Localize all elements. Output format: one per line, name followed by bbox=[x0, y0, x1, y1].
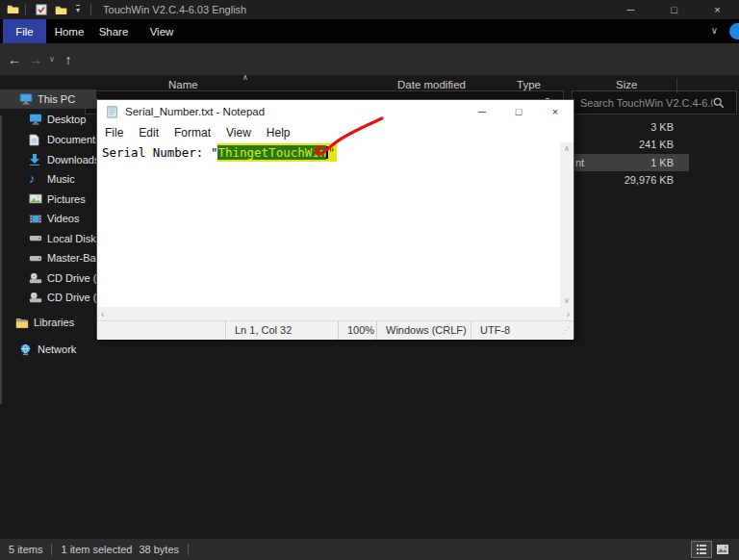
explorer-statusbar: 5 items 1 item selected 38 bytes bbox=[0, 539, 739, 560]
properties-check-icon[interactable] bbox=[36, 4, 47, 15]
recent-locations-icon[interactable]: ∨ bbox=[45, 43, 59, 75]
search-icon[interactable] bbox=[713, 97, 725, 109]
pictures-icon bbox=[29, 193, 42, 204]
column-header-type[interactable]: Type bbox=[517, 79, 541, 90]
explorer-titlebar: ▾ TouchWin V2.C.4-6.03 English ─ □ × bbox=[0, 0, 739, 19]
menu-help[interactable]: Help bbox=[259, 126, 298, 140]
libraries-icon bbox=[15, 317, 29, 328]
sidebar-item-network[interactable]: Network bbox=[0, 340, 96, 359]
column-divider[interactable] bbox=[676, 78, 677, 93]
zoom-level: 100% bbox=[338, 321, 376, 340]
column-header-size[interactable]: Size bbox=[616, 79, 637, 90]
sidebar-item-cd-drive-f[interactable]: CD Drive (F:) bbox=[0, 268, 96, 288]
menu-file[interactable]: File bbox=[97, 126, 131, 140]
downloads-icon bbox=[29, 153, 42, 165]
selection-count: 1 item selected bbox=[61, 544, 132, 555]
column-header-name[interactable]: Name bbox=[168, 79, 198, 90]
notepad-maximize-button[interactable]: □ bbox=[500, 100, 537, 123]
closing-quote-text: " bbox=[328, 145, 336, 160]
sidebar-item-music[interactable]: ♪ Music bbox=[0, 169, 96, 189]
sidebar-item-label: Videos bbox=[47, 213, 79, 224]
titlebar-separator bbox=[90, 4, 91, 15]
notepad-minimize-button[interactable]: ─ bbox=[464, 100, 500, 123]
ribbon-tab-bar: File Home Share View ∨ bbox=[0, 19, 739, 43]
file-type-fragment: nt bbox=[575, 157, 584, 168]
sidebar-item-label: Master-Back bbox=[47, 252, 96, 264]
scroll-down-icon[interactable]: ∨ bbox=[564, 294, 570, 307]
up-icon[interactable]: ↑ bbox=[58, 43, 79, 75]
sort-ascending-icon: ∧ bbox=[242, 73, 248, 82]
scroll-right-icon[interactable]: › bbox=[563, 309, 573, 319]
back-icon[interactable]: ← bbox=[4, 43, 25, 75]
scroll-left-icon[interactable]: ‹ bbox=[97, 309, 108, 319]
navigation-pane: This PC Desktop Documents Downloads ♪ Mu… bbox=[0, 89, 96, 539]
tab-file[interactable]: File bbox=[3, 19, 46, 43]
close-button[interactable]: × bbox=[696, 0, 739, 19]
thumbnail-view-icon[interactable] bbox=[712, 541, 733, 558]
sidebar-item-label: This PC bbox=[38, 93, 75, 105]
sidebar-item-downloads[interactable]: Downloads bbox=[0, 150, 96, 169]
sidebar-item-libraries[interactable]: Libraries bbox=[0, 313, 96, 332]
minimize-button[interactable]: ─ bbox=[609, 0, 652, 19]
sidebar-item-cd-drive-v[interactable]: CD Drive (V:) bbox=[0, 288, 96, 307]
notepad-titlebar[interactable]: Serial_Number.txt - Notepad ─ □ × bbox=[97, 100, 573, 123]
notepad-app-icon bbox=[106, 105, 119, 118]
cd-drive-icon bbox=[29, 272, 42, 284]
sidebar-item-master-back[interactable]: Master-Back bbox=[0, 248, 96, 267]
maximize-button[interactable]: □ bbox=[652, 0, 696, 19]
tab-share[interactable]: Share bbox=[92, 19, 135, 43]
yellow-highlight-annotation: ThingetTouchWin" bbox=[217, 143, 337, 162]
explorer-window: { "window": { "title": "TouchWin V2.C.4-… bbox=[0, 0, 739, 560]
sidebar-item-this-pc[interactable]: This PC bbox=[0, 89, 96, 109]
sidebar-item-label: Downloads bbox=[47, 154, 96, 165]
sidebar-item-local-disk-c[interactable]: Local Disk (C: bbox=[0, 229, 96, 248]
column-header-date[interactable]: Date modified bbox=[397, 79, 466, 90]
hard-drive-icon bbox=[29, 254, 42, 263]
expand-ribbon-icon[interactable]: ∨ bbox=[711, 25, 718, 36]
menu-format[interactable]: Format bbox=[166, 126, 218, 140]
statusbar-divider bbox=[51, 544, 52, 555]
file-size: 29,976 KB bbox=[624, 174, 674, 186]
quick-access-dropdown-icon[interactable]: ▾ bbox=[76, 5, 80, 14]
tab-view[interactable]: View bbox=[142, 19, 181, 43]
tab-home[interactable]: Home bbox=[50, 19, 89, 43]
forward-icon[interactable]: → bbox=[25, 43, 46, 75]
music-icon: ♪ bbox=[29, 173, 42, 185]
file-size: 1 KB bbox=[650, 157, 674, 168]
notepad-text-area[interactable]: Serial Number: "ThingetTouchWin" ∧ ∨ bbox=[97, 142, 573, 307]
menu-view[interactable]: View bbox=[218, 126, 259, 140]
hard-drive-icon bbox=[29, 234, 42, 242]
items-count: 5 items bbox=[9, 544, 42, 555]
notepad-text-line: Serial Number: "ThingetTouchWin" bbox=[97, 142, 573, 160]
documents-icon bbox=[29, 134, 42, 146]
help-icon[interactable] bbox=[729, 23, 739, 39]
scroll-up-icon[interactable]: ∧ bbox=[564, 142, 570, 155]
window-title: TouchWin V2.C.4-6.03 English bbox=[103, 4, 246, 15]
new-folder-icon[interactable] bbox=[55, 5, 67, 15]
sidebar-item-videos[interactable]: Videos bbox=[0, 209, 96, 228]
horizontal-scrollbar[interactable]: ‹ › bbox=[97, 307, 573, 320]
selected-serial-text: ThingetTouchWin bbox=[217, 145, 326, 160]
sidebar-item-label: Desktop bbox=[47, 114, 86, 125]
menu-edit[interactable]: Edit bbox=[131, 126, 166, 140]
notepad-title: Serial_Number.txt - Notepad bbox=[125, 106, 265, 117]
titlebar-separator bbox=[25, 4, 26, 15]
selection-size: 38 bytes bbox=[139, 544, 179, 555]
sidebar-item-label: Music bbox=[47, 173, 75, 185]
navigation-bar: ← → ∨ ↑ › TouchWin V2.C.4-6.03 English (… bbox=[0, 43, 739, 75]
videos-icon bbox=[29, 214, 42, 224]
sidebar-item-label: Libraries bbox=[34, 317, 74, 328]
encoding: UTF-8 bbox=[471, 321, 562, 340]
details-view-icon[interactable] bbox=[691, 541, 712, 558]
resize-grip-icon[interactable]: ⋰ bbox=[562, 321, 573, 340]
sidebar-item-documents[interactable]: Documents bbox=[0, 130, 96, 149]
file-size: 3 KB bbox=[650, 121, 674, 133]
folder-app-icon bbox=[7, 1, 19, 18]
sidebar-item-label: Network bbox=[38, 344, 76, 355]
sidebar-item-desktop[interactable]: Desktop bbox=[0, 110, 96, 129]
sidebar-item-pictures[interactable]: Pictures bbox=[0, 190, 96, 209]
serial-label-text: Serial Number: " bbox=[102, 145, 217, 160]
vertical-scrollbar[interactable]: ∧ ∨ bbox=[560, 142, 573, 307]
notepad-close-button[interactable]: × bbox=[537, 100, 573, 123]
sidebar-item-label: CD Drive (F:) bbox=[47, 272, 96, 284]
